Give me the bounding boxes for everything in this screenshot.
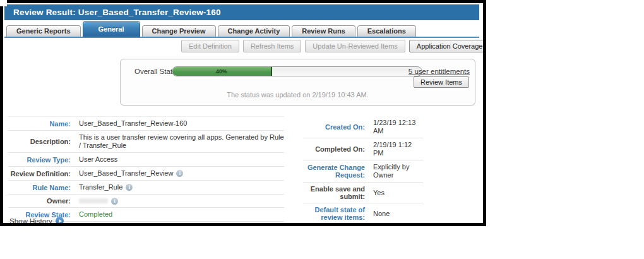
field-row-rule-name: Rule Name: Transfer_Rule i: [8, 181, 284, 195]
tab-bar: Generic Reports General Change Preview C…: [4, 21, 479, 38]
info-icon[interactable]: i: [126, 184, 133, 191]
application-coverage-button[interactable]: Application Coverage: [409, 40, 483, 52]
progress-bar: 40%: [172, 66, 422, 76]
details-right-column: Created On: 1/23/19 12:13 AM Completed O…: [303, 116, 423, 223]
edit-definition-button[interactable]: Edit Definition: [181, 40, 239, 52]
review-items-button[interactable]: Review Items: [414, 76, 469, 88]
progress-fill: 40%: [172, 67, 272, 76]
name-label: Name:: [8, 120, 71, 128]
user-entitlements-link[interactable]: 5 user entitlements: [408, 68, 470, 75]
owner-value-redacted: [79, 198, 108, 203]
show-history-label: Show History: [9, 217, 52, 224]
page-title: Review Result: User_Based_Transfer_Revie…: [4, 4, 479, 20]
field-row-review-type: Review Type: User Access: [8, 153, 284, 167]
status-panel: Overall Status: 40% 5 user entitlements …: [120, 59, 475, 105]
status-updated-text: The status was updated on 2/19/19 10:43 …: [121, 91, 475, 99]
info-icon[interactable]: i: [111, 198, 118, 205]
name-value: User_Based_Transfer_Review-160: [79, 119, 187, 128]
app-window: Review Result: User_Based_Transfer_Revie…: [3, 3, 483, 223]
review-type-value: User Access: [79, 155, 117, 164]
field-row-generate-change-request: Generate Change Request: Explicitly by O…: [303, 160, 423, 183]
toolbar: Edit Definition Refresh Items Update Un-…: [181, 40, 483, 52]
details-left-column: Name: User_Based_Transfer_Review-160 Des…: [8, 116, 284, 222]
completed-on-value: 2/19/19 1:12 PM: [373, 141, 423, 157]
default-state-label: Default state of review items:: [303, 206, 365, 221]
generate-change-request-label: Generate Change Request:: [303, 164, 365, 179]
refresh-items-button[interactable]: Refresh Items: [243, 40, 301, 52]
review-definition-value: User_Based_Transfer_Review: [79, 169, 173, 178]
tab-change-preview[interactable]: Change Preview: [142, 25, 216, 37]
tab-change-activity[interactable]: Change Activity: [218, 25, 290, 37]
field-row-created-on: Created On: 1/23/19 12:13 AM: [303, 116, 423, 138]
progress-percent-label: 40%: [172, 68, 271, 75]
frame-corner-notch: [0, 0, 7, 6]
description-label: Description:: [8, 138, 71, 145]
info-icon[interactable]: i: [176, 170, 183, 177]
default-state-value: None: [373, 210, 390, 218]
completed-on-label: Completed On:: [303, 145, 365, 153]
tab-generic-reports[interactable]: Generic Reports: [6, 25, 81, 37]
enable-save-submit-value: Yes: [373, 189, 385, 197]
screenshot-canvas: Review Result: User_Based_Transfer_Revie…: [0, 0, 644, 259]
rule-name-value: Transfer_Rule: [79, 183, 122, 191]
description-value: This is a user transfer review covering …: [79, 133, 284, 150]
field-row-enable-save-submit: Enable save and submit: Yes: [303, 183, 423, 203]
created-on-label: Created On:: [303, 123, 365, 131]
tab-general[interactable]: General: [83, 21, 140, 37]
generate-change-request-value: Explicitly by Owner: [373, 163, 423, 179]
tab-underline: [4, 37, 479, 38]
enable-save-submit-label: Enable save and submit:: [303, 185, 365, 200]
field-row-default-state: Default state of review items: None: [303, 203, 423, 223]
field-row-description: Description: This is a user transfer rev…: [8, 131, 284, 153]
field-row-name: Name: User_Based_Transfer_Review-160: [8, 117, 284, 131]
review-type-label: Review Type:: [8, 156, 71, 164]
review-definition-label: Review Definition:: [8, 170, 71, 178]
created-on-value: 1/23/19 12:13 AM: [373, 119, 423, 135]
field-row-review-definition: Review Definition: User_Based_Transfer_R…: [8, 167, 284, 181]
field-row-owner: Owner: i: [8, 195, 284, 208]
rule-name-label: Rule Name:: [8, 184, 71, 191]
tab-review-runs[interactable]: Review Runs: [292, 25, 355, 37]
expand-arrow-icon: [56, 217, 64, 223]
owner-label: Owner:: [8, 197, 71, 205]
review-state-value: Completed: [79, 210, 112, 219]
show-history-link[interactable]: Show History: [9, 217, 64, 223]
tab-escalations[interactable]: Escalations: [357, 25, 416, 37]
update-unreviewed-items-button[interactable]: Update Un-Reviewed Items: [305, 40, 405, 52]
field-row-completed-on: Completed On: 2/19/19 1:12 PM: [303, 138, 423, 160]
